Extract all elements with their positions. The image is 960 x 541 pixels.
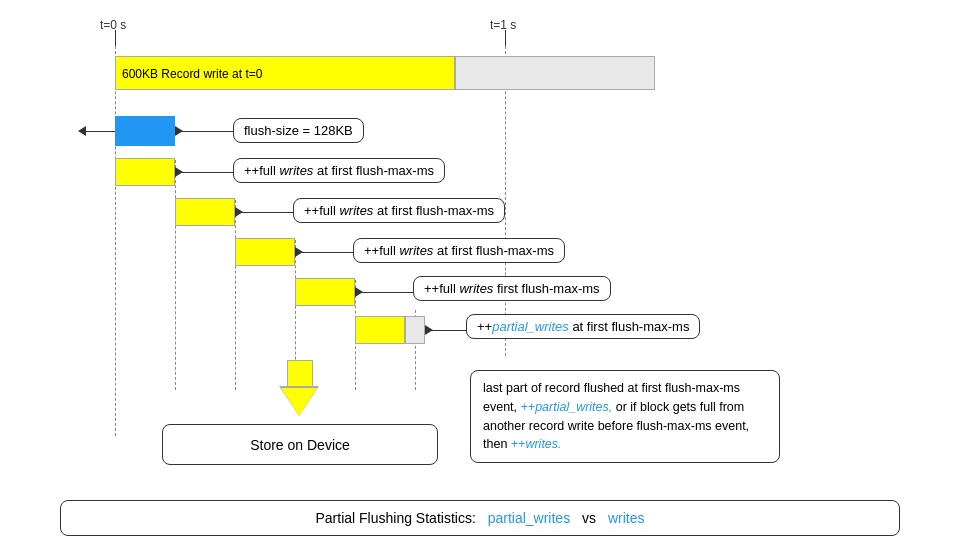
arrowhead-5 — [425, 325, 433, 335]
flush-bar-blue — [115, 116, 175, 146]
arrow-line-2 — [238, 212, 293, 213]
large-callout: last part of record flushed at first flu… — [470, 370, 780, 463]
arrow-line-4 — [358, 292, 413, 293]
arrowhead-4 — [355, 287, 363, 297]
t1-label: t=1 s — [490, 18, 516, 32]
callout-5: ++partial_writes at first flush-max-ms — [466, 314, 700, 339]
store-on-device-box: Store on Device — [162, 424, 438, 465]
record-label: 600KB Record write at t=0 — [116, 67, 262, 81]
arrow-line-1 — [178, 172, 233, 173]
arrow-line-5 — [428, 330, 466, 331]
stats-bar: Partial Flushing Statistics: partial_wri… — [60, 500, 900, 536]
flush-size-callout: flush-size = 128KB — [233, 118, 364, 143]
callout-1: ++full writes at first flush-max-ms — [233, 158, 445, 183]
flush-arrow-line — [178, 131, 233, 132]
dashed-t1 — [505, 46, 506, 356]
record-bar-gray — [455, 56, 655, 90]
arrowhead-3 — [295, 247, 303, 257]
flush-arrowhead — [175, 126, 183, 136]
record-bar-yellow: 600KB Record write at t=0 — [115, 56, 455, 90]
callout-2: ++full writes at first flush-max-ms — [293, 198, 505, 223]
yellow-bar-2 — [175, 198, 235, 226]
yellow-bar-4 — [295, 278, 355, 306]
down-arrow-shaft — [287, 360, 313, 388]
gray-bar-5 — [405, 316, 425, 344]
stats-vs: vs — [582, 510, 596, 526]
callout-3: ++full writes at first flush-max-ms — [353, 238, 565, 263]
t0-tick — [115, 30, 116, 46]
dashed-t0 — [115, 46, 116, 436]
callout-4: ++full writes first flush-max-ms — [413, 276, 611, 301]
stats-writes: writes — [608, 510, 645, 526]
yellow-bar-5 — [355, 316, 405, 344]
yellow-bar-3 — [235, 238, 295, 266]
arrowhead-2 — [235, 207, 243, 217]
yellow-bar-1 — [115, 158, 175, 186]
large-callout-text: last part of record flushed at first flu… — [483, 381, 749, 451]
diagram: t=0 s t=1 s 600KB Record write at t=0 fl… — [0, 0, 960, 541]
t0-label: t=0 s — [100, 18, 126, 32]
down-arrowhead — [281, 388, 317, 416]
dashed-v1 — [175, 160, 176, 390]
left-arrowhead — [78, 126, 86, 136]
stats-partial-writes: partial_writes — [488, 510, 570, 526]
arrowhead-1 — [175, 167, 183, 177]
t1-tick — [505, 30, 506, 46]
dashed-v2 — [235, 200, 236, 390]
arrow-line-3 — [298, 252, 353, 253]
stats-prefix: Partial Flushing Statistics: — [315, 510, 475, 526]
